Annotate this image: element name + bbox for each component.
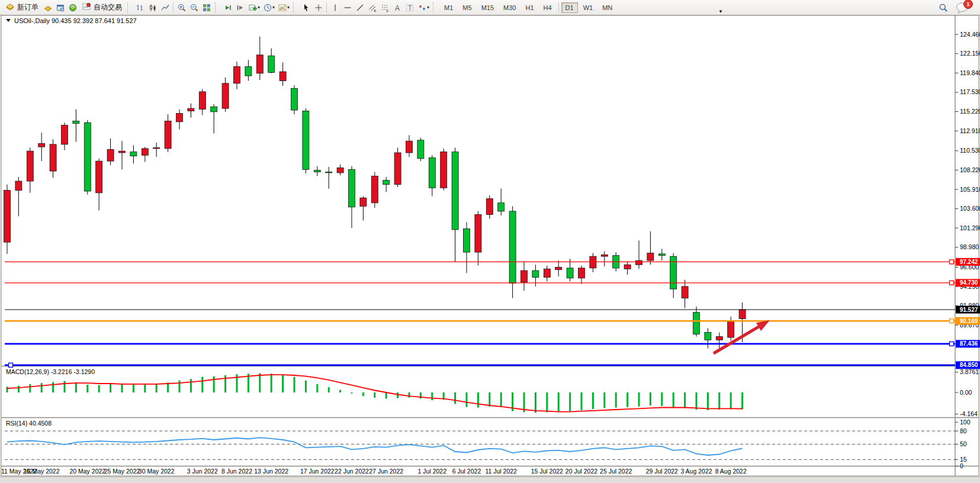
timeframe-m1[interactable]: M1 xyxy=(440,2,457,13)
rsi-label: RSI(14) 40.4508 xyxy=(6,420,52,427)
rsi-scale-label: 100 xyxy=(960,418,971,426)
price-tick-label: 124.460 xyxy=(960,31,980,38)
new-chart-dropdown-icon[interactable] xyxy=(246,2,259,14)
timeframe-w1[interactable]: W1 xyxy=(579,2,597,13)
date-tick-label: 1 Jul 2022 xyxy=(418,468,447,475)
chart-area[interactable]: USOil-,Daily 90.435 92.392 87.641 91.527… xyxy=(0,15,980,476)
timeframe-toolbar: M1M5M15M30H1H4D1W1MN xyxy=(439,2,617,13)
search-icon[interactable] xyxy=(937,2,949,14)
macd-bar xyxy=(201,377,203,392)
chevron-down-icon[interactable]: ▾ xyxy=(427,5,429,10)
date-tick-label: 20 Jul 2022 xyxy=(565,468,597,475)
candle xyxy=(291,85,298,114)
macd-bar xyxy=(374,392,375,398)
svg-text:87.436: 87.436 xyxy=(960,340,978,347)
zoom-in-icon[interactable] xyxy=(175,2,188,14)
chevron-down-icon[interactable]: ▾ xyxy=(258,5,260,10)
date-tick-label: 8 Aug 2022 xyxy=(715,468,747,475)
line-handle[interactable] xyxy=(950,281,954,285)
macd-bar xyxy=(454,392,456,404)
date-tick-label: 13 Jun 2022 xyxy=(254,468,288,475)
crosshair-icon[interactable] xyxy=(312,2,324,14)
macd-bar xyxy=(190,379,192,392)
equidistant-channel-icon[interactable]: E xyxy=(366,2,378,14)
chevron-down-icon[interactable]: ▾ xyxy=(287,5,290,10)
timeframe-m15[interactable]: M15 xyxy=(477,2,498,13)
macd-bar xyxy=(351,392,353,394)
price-tick-label: 117.530 xyxy=(960,88,980,95)
window-bottom-edge xyxy=(0,476,980,483)
date-tick-label: 30 May 2022 xyxy=(139,468,175,475)
periods-dropdown-icon[interactable] xyxy=(261,2,274,14)
macd-bar xyxy=(466,392,468,407)
macd-bar xyxy=(673,392,674,408)
macd-bar xyxy=(305,381,307,392)
price-tick-label: 98.980 xyxy=(960,243,979,250)
toolbar-separator xyxy=(326,2,327,13)
macd-bar xyxy=(362,392,364,396)
chart-shift-icon[interactable] xyxy=(234,2,246,14)
svg-text:97.242: 97.242 xyxy=(960,259,978,265)
templates-dropdown-icon[interactable] xyxy=(276,2,288,14)
auto-trading-icon xyxy=(82,2,91,13)
text-icon[interactable]: A xyxy=(391,2,403,14)
tile-windows-icon[interactable] xyxy=(200,2,213,14)
toolbar-overflow-arrow[interactable]: ▼ xyxy=(718,9,723,14)
timeframe-mn[interactable]: MN xyxy=(598,2,616,13)
macd-bar xyxy=(603,392,605,408)
macd-bar xyxy=(569,392,571,411)
line-handle[interactable] xyxy=(950,342,954,346)
macd-bar xyxy=(156,384,158,392)
line-handle[interactable] xyxy=(9,363,13,367)
chat-icon[interactable]: 1 xyxy=(955,2,971,14)
macd-bar xyxy=(489,392,490,407)
price-tick-label: 122.150 xyxy=(960,50,980,57)
text-label-icon[interactable]: T xyxy=(403,2,416,14)
macd-bar xyxy=(741,392,743,409)
date-tick-label: 17 Jun 2022 xyxy=(300,468,335,475)
zoom-out-icon[interactable] xyxy=(188,2,200,14)
new-order-button[interactable]: 新订单 xyxy=(2,1,41,14)
chevron-down-icon[interactable]: ▾ xyxy=(272,5,275,10)
date-tick-label: 11 Jul 2022 xyxy=(485,468,517,475)
data-window-icon[interactable] xyxy=(41,2,54,14)
timeframe-h4[interactable]: H4 xyxy=(539,2,556,13)
timeframe-m5[interactable]: M5 xyxy=(458,2,475,13)
cursor-icon[interactable] xyxy=(300,2,312,14)
macd-bar xyxy=(661,392,663,406)
candlestick-chart-icon[interactable] xyxy=(146,2,159,14)
toolbar-separator xyxy=(558,2,559,13)
timeframe-h1[interactable]: H1 xyxy=(521,2,538,13)
price-label-97.242: 97.242 xyxy=(956,258,980,266)
bar-chart-icon[interactable] xyxy=(134,2,146,14)
timeframe-m30[interactable]: M30 xyxy=(499,2,520,13)
macd-bar xyxy=(626,392,628,407)
auto-scroll-icon[interactable] xyxy=(221,2,234,14)
fibonacci-icon[interactable]: F xyxy=(378,2,391,14)
toolbar-separator xyxy=(173,2,173,13)
auto-trading-button[interactable]: 自动交易 xyxy=(79,1,125,14)
macd-bar xyxy=(110,384,111,392)
price-label-94.730: 94.730 xyxy=(956,279,980,286)
line-chart-icon[interactable] xyxy=(159,2,171,14)
price-tick-label: 108.220 xyxy=(960,166,980,173)
timeframe-d1[interactable]: D1 xyxy=(561,2,578,13)
date-tick-label: 29 Jul 2022 xyxy=(646,468,678,475)
arrow-shapes-icon[interactable] xyxy=(416,2,428,14)
candle xyxy=(371,172,378,208)
vertical-line-icon[interactable] xyxy=(329,2,341,14)
macd-bar xyxy=(420,392,422,399)
macd-bar xyxy=(121,384,123,392)
line-handle[interactable] xyxy=(950,260,954,264)
price-tick-label: 112.910 xyxy=(960,127,980,134)
market-watch-icon[interactable] xyxy=(66,2,79,14)
toolbar-grip xyxy=(293,2,297,13)
auto-trading-label: 自动交易 xyxy=(94,2,122,12)
line-handle[interactable] xyxy=(950,319,954,323)
profiles-icon[interactable] xyxy=(54,2,66,14)
trendline-icon[interactable] xyxy=(354,2,366,14)
candle xyxy=(441,149,447,191)
svg-text:A: A xyxy=(395,4,400,12)
price-label-90.169: 90.169 xyxy=(956,317,980,325)
horizontal-line-icon[interactable] xyxy=(341,2,354,14)
